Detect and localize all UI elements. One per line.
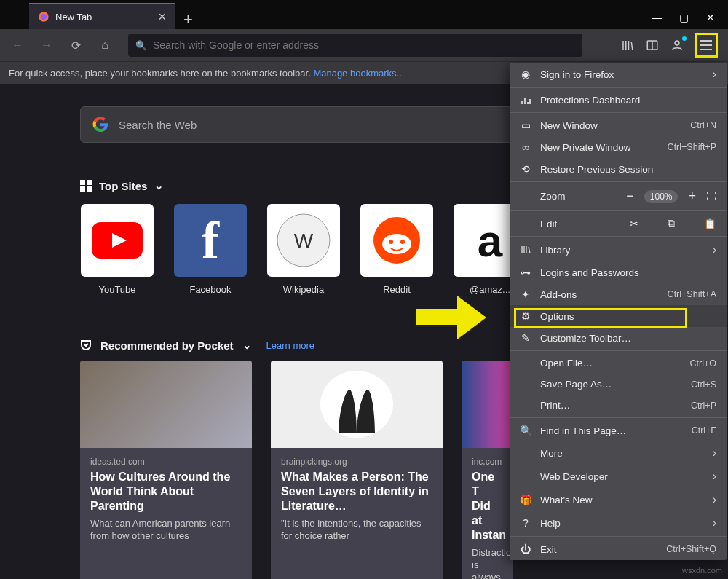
chevron-right-icon: ›	[713, 446, 716, 460]
maximize-button[interactable]: ▢	[679, 12, 689, 23]
menu-restore-session[interactable]: ⟲Restore Previous Session	[510, 158, 727, 180]
reload-button[interactable]: ⟳	[66, 35, 86, 55]
learn-more-link[interactable]: Learn more	[266, 340, 314, 351]
url-bar[interactable]: 🔍	[128, 34, 582, 57]
topsite-reddit[interactable]: Reddit	[360, 204, 434, 295]
tab-title: New Tab	[55, 12, 92, 23]
svg-point-15	[320, 371, 393, 438]
nav-bar: ← → ⟳ ⌂ 🔍	[0, 29, 728, 61]
title-bar: New Tab × + — ▢ ✕	[0, 0, 728, 29]
zoom-in-button[interactable]: +	[688, 189, 696, 204]
chevron-right-icon: ›	[713, 516, 716, 529]
window-icon: ▭	[520, 119, 531, 131]
paste-icon[interactable]: 📋	[704, 218, 716, 229]
chevron-right-icon: ›	[713, 68, 716, 81]
menu-zoom: Zoom − 100% + ⛶	[510, 184, 727, 209]
key-icon: ⊶	[520, 267, 531, 278]
menu-web-developer[interactable]: Web Developer›	[510, 465, 727, 488]
card-image	[462, 361, 513, 448]
web-search-placeholder: Search the Web	[119, 119, 197, 131]
dashboard-icon	[520, 95, 531, 106]
menu-save-page[interactable]: Save Page As…Ctrl+S	[510, 374, 727, 395]
home-button[interactable]: ⌂	[95, 35, 115, 55]
library-icon[interactable]	[620, 38, 635, 52]
menu-library[interactable]: Library›	[510, 238, 727, 261]
menu-private-window[interactable]: ∞New Private WindowCtrl+Shift+P	[510, 136, 727, 158]
manage-bookmarks-link[interactable]: Manage bookmarks...	[313, 68, 404, 79]
menu-edit: Edit ✂ ⧉ 📋	[510, 213, 727, 235]
power-icon: ⏻	[520, 543, 531, 555]
svg-rect-5	[87, 180, 92, 185]
app-menu-button[interactable]	[695, 33, 718, 58]
help-icon: ?	[520, 517, 531, 529]
gift-icon: 🎁	[520, 494, 531, 505]
bookmarks-hint: For quick access, place your bookmarks h…	[9, 68, 313, 79]
menu-print[interactable]: Print…Ctrl+P	[510, 395, 727, 416]
address-input[interactable]	[153, 39, 575, 51]
svg-point-14	[400, 240, 405, 244]
account-icon[interactable]	[670, 38, 684, 52]
svg-rect-6	[80, 186, 85, 192]
mask-icon: ∞	[520, 141, 531, 153]
chevron-down-icon: ⌄	[242, 339, 252, 352]
svg-rect-7	[87, 186, 92, 192]
new-tab-button[interactable]: +	[175, 10, 202, 29]
pocket-card[interactable]: ideas.ted.com How Cultures Around the Wo…	[80, 361, 252, 579]
firefox-icon	[38, 11, 50, 23]
app-menu: ◉Sign in to Firefox› Protections Dashboa…	[510, 63, 727, 560]
card-image	[271, 361, 443, 448]
back-button[interactable]: ←	[7, 35, 28, 55]
svg-point-3	[675, 41, 679, 45]
menu-logins[interactable]: ⊶Logins and Passwords	[510, 261, 727, 283]
search-icon: 🔍	[135, 40, 147, 51]
svg-point-1	[41, 14, 47, 20]
watermark: wsxdn.com	[682, 566, 722, 575]
menu-open-file[interactable]: Open File…Ctrl+O	[510, 352, 727, 374]
zoom-out-button[interactable]: −	[626, 189, 634, 204]
puzzle-icon: ✦	[520, 288, 531, 300]
menu-help[interactable]: ?Help›	[510, 511, 727, 535]
brush-icon: ✎	[520, 332, 531, 344]
pocket-card[interactable]: brainpickings.org What Makes a Person: T…	[271, 361, 443, 579]
menu-options[interactable]: ⚙Options	[510, 305, 727, 327]
menu-protections[interactable]: Protections Dashboard	[510, 90, 727, 111]
svg-text:W: W	[294, 229, 314, 252]
menu-addons[interactable]: ✦Add-onsCtrl+Shift+A	[510, 283, 727, 305]
forward-button[interactable]: →	[36, 35, 57, 55]
menu-more[interactable]: More›	[510, 441, 727, 465]
copy-icon[interactable]: ⧉	[668, 218, 675, 229]
topsite-youtube[interactable]: YouTube	[80, 204, 154, 295]
svg-point-13	[389, 240, 393, 244]
topsite-facebook[interactable]: f Facebook	[173, 204, 248, 295]
menu-customize[interactable]: ✎Customize Toolbar…	[510, 327, 727, 349]
google-icon	[92, 117, 108, 133]
reader-icon[interactable]	[645, 38, 660, 52]
menu-exit[interactable]: ⏻ExitCtrl+Shift+Q	[510, 538, 727, 560]
svg-rect-4	[80, 180, 85, 185]
topsite-wikipedia[interactable]: W Wikipedia	[266, 204, 341, 295]
menu-find[interactable]: 🔍Find in This Page…Ctrl+F	[510, 420, 727, 441]
chevron-right-icon: ›	[713, 493, 716, 506]
account-icon: ◉	[520, 68, 531, 80]
menu-whats-new[interactable]: 🎁What's New›	[510, 488, 727, 511]
search-icon: 🔍	[520, 425, 531, 436]
close-tab-icon[interactable]: ×	[158, 9, 166, 25]
fullscreen-icon[interactable]: ⛶	[706, 191, 716, 202]
zoom-level[interactable]: 100%	[644, 190, 678, 203]
menu-new-window[interactable]: ▭New WindowCtrl+N	[510, 114, 727, 136]
card-image	[80, 361, 252, 448]
library-icon	[520, 245, 531, 255]
restore-icon: ⟲	[520, 163, 531, 175]
chevron-down-icon: ⌄	[154, 179, 164, 192]
minimize-button[interactable]: —	[652, 12, 662, 23]
chevron-right-icon: ›	[713, 470, 716, 483]
close-window-button[interactable]: ✕	[706, 12, 715, 23]
menu-signin[interactable]: ◉Sign in to Firefox›	[510, 63, 727, 86]
cut-icon[interactable]: ✂	[630, 218, 638, 229]
browser-tab[interactable]: New Tab ×	[29, 3, 175, 29]
chevron-right-icon: ›	[713, 243, 716, 256]
gear-icon: ⚙	[520, 310, 531, 322]
pocket-card[interactable]: inc.com One T Did at Instan Distraction …	[462, 361, 513, 579]
